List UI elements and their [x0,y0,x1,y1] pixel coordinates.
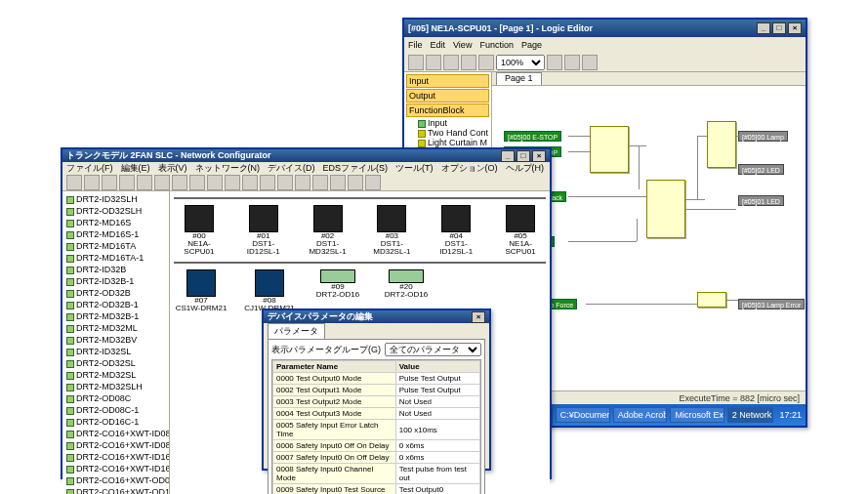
output-block[interactable]: [#05]03 Lamp Error [738,299,805,309]
tree-item[interactable]: DRT2-ID32B [64,264,167,275]
tool-icon[interactable] [102,175,117,190]
task-item[interactable]: C:¥Documents ... [556,407,610,423]
minimize-button[interactable]: _ [501,150,515,162]
tree-item[interactable]: DRT2-MD32SLH [64,381,167,392]
menu-item[interactable]: 編集(E) [121,162,150,175]
table-row[interactable]: 0007 Safety Input0 On Off Delay0 x6ms [273,452,480,464]
table-row[interactable]: 0002 Test Output1 ModePulse Test Output [273,385,480,396]
tree-item[interactable]: DRT2-OD32SLH [64,205,167,217]
tree-item[interactable]: DRT2-MD32SL [64,369,167,381]
tree-item[interactable]: DRT2-ID32B-1 [64,275,167,287]
maximize-button[interactable]: □ [772,22,786,34]
device-node[interactable]: #20DRT2-OD16 [379,269,434,312]
close-button[interactable]: × [788,22,802,34]
function-block-not[interactable] [697,292,726,308]
table-row[interactable]: 0006 Safety Input0 Off On Delay0 x6ms [273,440,480,452]
tool-icon[interactable] [408,55,424,70]
device-node[interactable]: #03DST1-MD32SL-1 [366,205,417,256]
tool-icon[interactable] [154,175,170,190]
function-block-reset[interactable] [646,180,685,238]
task-item[interactable]: Adobe Acrobat ... [613,407,668,423]
tree-item[interactable]: DRT2-MD16S-1 [64,228,167,240]
close-button[interactable]: × [532,150,546,162]
tool-icon[interactable] [478,55,494,70]
tool-icon[interactable] [582,55,598,70]
tool-icon[interactable] [277,175,293,190]
tool-icon[interactable] [137,175,152,190]
titlebar[interactable]: デバイスパラメータの編集 × [264,310,489,323]
tool-icon[interactable] [242,175,258,190]
tree-header-functionblock[interactable]: FunctionBlock [406,103,489,117]
device-node[interactable]: #02DST1-MD32SL-1 [303,205,353,256]
menu-view[interactable]: View [453,40,472,50]
tool-icon[interactable] [443,55,459,70]
table-row[interactable]: 0008 Safety Input0 Channel ModeTest puls… [273,464,480,484]
tree-header-output[interactable]: Output [406,89,489,103]
menu-page[interactable]: Page [521,40,542,50]
table-row[interactable]: 0000 Test Output0 ModePulse Test Output [273,373,480,385]
device-node[interactable]: #04DST1-ID12SL-1 [431,205,481,256]
minimize-button[interactable]: _ [757,22,770,34]
tree-item[interactable]: Light Curtain M [406,138,489,147]
device-node[interactable]: #09DRT2-OD16 [310,269,365,312]
tree-item[interactable]: DRT2-CO16+XWT-OD16 [64,486,167,494]
tree-item[interactable]: DRT2-ID32SL [64,346,167,357]
function-block-estop[interactable] [590,126,629,173]
tree-item[interactable]: DRT2-MD16TA [64,240,167,252]
tree-item[interactable]: DRT2-OD08C-1 [64,404,167,416]
tree-item[interactable]: DRT2-MD32BV [64,334,167,346]
device-node[interactable]: #01DST1-ID12SL-1 [238,205,289,256]
tool-icon[interactable] [312,175,328,190]
tree-item[interactable]: DRT2-OD32B-1 [64,299,167,310]
tool-icon[interactable] [119,175,135,190]
tree-item[interactable]: DRT2-CO16+XWT-ID08 [64,428,167,439]
tree-group-input[interactable]: Input [406,118,489,128]
tool-icon[interactable] [207,175,223,190]
titlebar[interactable]: [#05] NE1A-SCPU01 - [Page 1] - Logic Edi… [404,20,806,37]
tree-header-input[interactable]: Input [406,74,489,88]
parameter-grid[interactable]: Parameter NameValue 0000 Test Output0 Mo… [271,359,481,494]
output-block[interactable]: [#05]01 LED [738,195,784,206]
tree-item[interactable]: DRT2-MD32B-1 [64,310,167,322]
tree-item[interactable]: DRT2-CO16+XWT-ID16 [64,451,167,463]
device-node[interactable]: #08CJ1W-DRM21 [242,269,297,312]
menu-edit[interactable]: Edit [431,40,446,50]
tree-item[interactable]: DRT2-CO16+XWT-OD08-1 [64,474,167,486]
zoom-select[interactable]: 100% [496,55,545,70]
tool-icon[interactable] [260,175,275,190]
table-row[interactable]: 0005 Safety Input Error Latch Time100 x1… [273,420,480,440]
tool-icon[interactable] [426,55,441,70]
menu-item[interactable]: EDSファイル(S) [323,162,389,175]
menu-item[interactable]: デバイス(D) [268,162,315,175]
device-node[interactable]: #05NE1A-SCPU01 [495,205,546,256]
group-select[interactable]: 全てのパラメータ [385,343,481,356]
tree-item[interactable]: DRT2-MD16TA-1 [64,252,167,264]
tool-icon[interactable] [330,175,346,190]
tool-icon[interactable] [348,175,363,190]
tree-item[interactable]: DRT2-OD32SL [64,357,167,369]
tree-item[interactable]: DRT2-MD16S [64,217,167,228]
tree-item[interactable]: Two Hand Cont [406,128,489,138]
tool-icon[interactable] [461,55,476,70]
function-block-edm[interactable] [707,121,736,168]
menu-function[interactable]: Function [479,40,514,50]
menu-item[interactable]: 表示(V) [158,162,187,175]
tool-icon[interactable] [225,175,240,190]
tool-icon[interactable] [172,175,187,190]
tree-item[interactable]: DRT2-MD32ML [64,322,167,334]
titlebar[interactable]: トランクモデル 2FAN SLC - Network Configurator … [62,149,550,162]
tool-icon[interactable] [66,175,82,190]
input-block[interactable]: [#05]00 E-STOP [504,131,561,142]
tool-icon[interactable] [189,175,205,190]
menu-item[interactable]: ツール(T) [395,162,434,175]
tree-item[interactable]: DRT2-OD16C-1 [64,416,167,428]
device-tree[interactable]: DRT2-ID32SLHDRT2-OD32SLHDRT2-MD16SDRT2-M… [62,191,170,494]
tool-icon[interactable] [365,175,381,190]
tool-icon[interactable] [564,55,580,70]
table-row[interactable]: 0004 Test Output3 ModeNot Used [273,408,480,420]
maximize-button[interactable]: □ [517,150,530,162]
tool-icon[interactable] [84,175,100,190]
close-button[interactable]: × [472,311,485,323]
tree-item[interactable]: DRT2-OD32B [64,287,167,299]
menu-file[interactable]: File [408,40,423,50]
